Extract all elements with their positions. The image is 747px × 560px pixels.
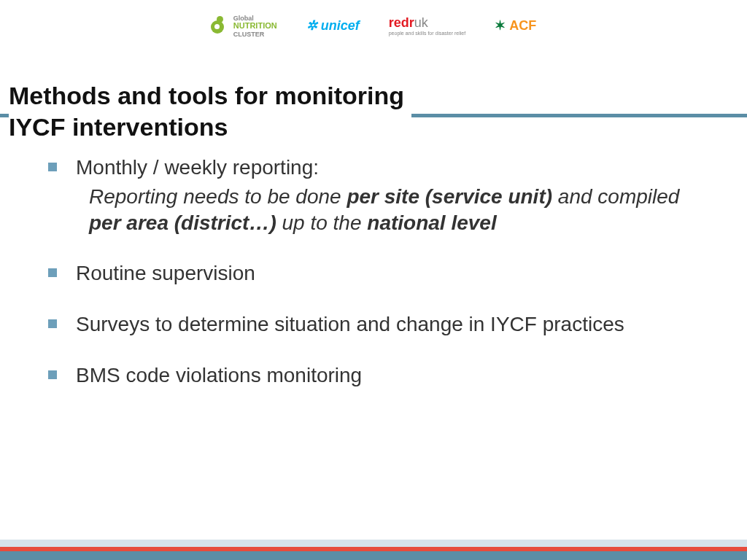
redr-red: redr (389, 15, 414, 30)
footer-band (0, 540, 747, 560)
redr-uk: uk (414, 15, 428, 30)
bullet-surveys: Surveys to determine situation and chang… (48, 311, 703, 338)
bullet-4-text: BMS code violations monitoring (76, 364, 362, 386)
bullet-supervision: Routine supervision (48, 260, 703, 287)
gnc-cluster: CLUSTER (233, 31, 265, 38)
slide-content: Monthly / weekly reporting: Reporting ne… (48, 155, 703, 413)
bullet-2-text: Routine supervision (76, 262, 255, 284)
gnc-nutrition: NUTRITION (233, 21, 277, 30)
bullet-1-subtext: Reporting needs to be done per site (ser… (76, 184, 703, 236)
bullet-bms: BMS code violations monitoring (48, 362, 703, 389)
bullet-3-text: Surveys to determine situation and chang… (76, 313, 624, 335)
logo-acf: ✶ACF (495, 18, 536, 34)
logo-global-nutrition-cluster: Global NUTRITION CLUSTER (211, 14, 277, 38)
acf-text: ACF (509, 18, 536, 34)
bullet-reporting: Monthly / weekly reporting: Reporting ne… (48, 155, 703, 236)
title-line-2: IYCF interventions (9, 112, 404, 143)
title-line-1: Methods and tools for monitoring (9, 80, 404, 112)
slide-title: Methods and tools for monitoring IYCF in… (9, 80, 411, 142)
acf-star-icon: ✶ (495, 18, 506, 34)
gnc-icon (211, 16, 230, 35)
logo-row: Global NUTRITION CLUSTER ✲ unicef redruk… (0, 0, 747, 44)
redr-sub: people and skills for disaster relief (389, 31, 465, 36)
logo-redr: redruk people and skills for disaster re… (389, 15, 465, 36)
bullet-1-text: Monthly / weekly reporting: (76, 156, 319, 179)
unicef-text: unicef (321, 18, 360, 34)
logo-unicef: ✲ unicef (306, 18, 360, 34)
